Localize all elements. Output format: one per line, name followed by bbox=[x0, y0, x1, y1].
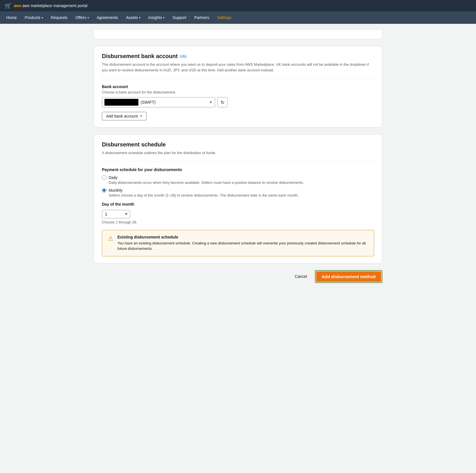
bank-card-title: Disbursement bank account Info bbox=[102, 53, 374, 59]
add-disbursement-button[interactable]: Add disbursement method bbox=[316, 271, 381, 282]
nav-partners[interactable]: Partners bbox=[190, 11, 213, 24]
payment-schedule-options: Daily Daily disbursements occur when the… bbox=[102, 175, 374, 197]
offers-arrow-icon: ▾ bbox=[87, 16, 89, 19]
warning-text: You have an existing disbursement schedu… bbox=[117, 240, 368, 252]
day-of-month-wrapper: Day of the month 1 2 3 4 5 6 7 8 9 10 14… bbox=[102, 202, 374, 224]
add-bank-button[interactable]: Add bank account ↗ bbox=[102, 112, 147, 120]
cart-icon: 🛒 bbox=[5, 2, 12, 9]
monthly-description: Sellers choose a day of the month (1–28)… bbox=[109, 193, 374, 197]
payment-schedule-label: Payment schedule for your disbursements bbox=[102, 167, 374, 172]
bank-swift-label: (SWIFT) bbox=[138, 100, 209, 105]
bank-account-select[interactable]: (SWIFT) ▼ bbox=[102, 97, 215, 107]
warning-title: Existing disbursement schedule bbox=[117, 235, 368, 239]
monthly-radio[interactable] bbox=[102, 188, 106, 193]
bank-account-label: Bank account bbox=[102, 84, 374, 89]
daily-option: Daily Daily disbursements occur when the… bbox=[102, 175, 374, 185]
nav-assets[interactable]: Assets ▾ bbox=[122, 11, 144, 24]
daily-label[interactable]: Daily bbox=[109, 175, 117, 180]
external-link-icon: ↗ bbox=[140, 114, 142, 118]
nav-support[interactable]: Support bbox=[168, 11, 190, 24]
bank-select-arrow-icon: ▼ bbox=[209, 100, 213, 104]
bank-select-row: (SWIFT) ▼ ↻ bbox=[102, 97, 374, 107]
nav-agreements[interactable]: Agreements bbox=[93, 11, 122, 24]
bank-card-description: The disbursement account is the account … bbox=[102, 62, 374, 73]
nav-offers[interactable]: Offers ▾ bbox=[72, 11, 93, 24]
assets-arrow-icon: ▾ bbox=[139, 16, 140, 19]
day-of-month-label: Day of the month bbox=[102, 202, 374, 206]
add-disbursement-wrapper: Add disbursement method bbox=[315, 270, 382, 283]
insights-arrow-icon: ▾ bbox=[163, 16, 164, 19]
nav-requests[interactable]: Requests bbox=[47, 11, 72, 24]
monthly-label[interactable]: Monthly bbox=[109, 188, 123, 193]
portal-name: aws marketplace management portal bbox=[22, 3, 87, 8]
day-hint-text: Choose 1 through 28. bbox=[102, 220, 374, 224]
nav-products[interactable]: Products ▾ bbox=[21, 11, 47, 24]
nav-insights[interactable]: Insights ▾ bbox=[144, 11, 168, 24]
bank-account-hint: Choose a bank account for the disburseme… bbox=[102, 90, 374, 94]
main-nav: Home Products ▾ Requests Offers ▾ Agreem… bbox=[0, 11, 476, 24]
disbursement-bank-card: Disbursement bank account Info The disbu… bbox=[94, 46, 382, 127]
aws-label: aws bbox=[14, 3, 21, 8]
logo-bar: 🛒 aws aws marketplace management portal bbox=[0, 0, 476, 11]
day-of-month-select[interactable]: 1 2 3 4 5 6 7 8 9 10 14 21 28 bbox=[102, 210, 130, 218]
bank-info-link[interactable]: Info bbox=[180, 54, 186, 59]
daily-description: Daily disbursements occur when they beco… bbox=[109, 180, 374, 185]
disbursement-schedule-card: Disbursement schedule A disbursement sch… bbox=[94, 134, 382, 263]
warning-content: Existing disbursement schedule You have … bbox=[117, 235, 368, 252]
schedule-card-description: A disbursement schedule outlines the pla… bbox=[102, 150, 374, 156]
refresh-button[interactable]: ↻ bbox=[217, 97, 228, 107]
schedule-card-title: Disbursement schedule bbox=[102, 141, 374, 148]
warning-icon: ⚠ bbox=[108, 235, 113, 242]
warning-box: ⚠ Existing disbursement schedule You hav… bbox=[102, 230, 374, 256]
products-arrow-icon: ▾ bbox=[42, 16, 43, 19]
nav-settings[interactable]: Settings bbox=[213, 11, 235, 24]
monthly-option: Monthly Sellers choose a day of the mont… bbox=[102, 188, 374, 197]
refresh-icon: ↻ bbox=[221, 100, 224, 105]
cancel-button[interactable]: Cancel bbox=[290, 272, 312, 281]
bank-account-redacted bbox=[104, 99, 138, 106]
daily-radio[interactable] bbox=[102, 175, 106, 180]
page-content: Disbursement bank account Info The disbu… bbox=[82, 29, 394, 300]
logo-text: aws aws marketplace management portal bbox=[14, 3, 87, 8]
footer-actions: Cancel Add disbursement method bbox=[94, 270, 382, 289]
nav-home[interactable]: Home bbox=[2, 11, 21, 24]
